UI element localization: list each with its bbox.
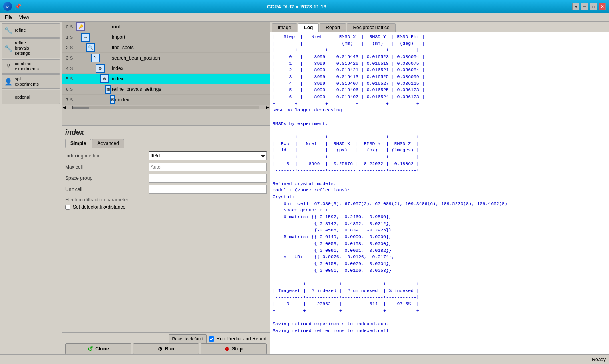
tab-reciprocal-lattice[interactable]: Reciprocal lattice (347, 23, 395, 32)
pipeline-row-3[interactable]: 3 S ? search_beam_position (62, 53, 270, 63)
titlebar: D 📌 CCP4 DUI2 v:2023.11.13 ▾ ─ □ ✕ (0, 0, 609, 13)
pipeline-row-4[interactable]: 4 S ⊕ index (62, 63, 270, 74)
max-cell-label: Max cell (65, 164, 145, 170)
pipeline-icon-4: ⊕ (96, 64, 105, 73)
bottom-bar: Reset to default Run Predict and Report … (62, 332, 270, 354)
pipeline-row-0[interactable]: 0 S 🔑 root (62, 22, 270, 32)
pipeline-icon-1: → (81, 33, 90, 42)
sidebar: 🔧 refine 🔧 refine bravais settings ⑂ com… (0, 22, 62, 354)
unit-cell-row: Unit cell (65, 185, 267, 194)
unit-cell-input[interactable] (149, 185, 267, 194)
app-logo: D (3, 2, 12, 11)
pipeline-icon-3: ? (91, 54, 100, 62)
app-title: CCP4 DUI2 v:2023.11.13 (267, 4, 326, 10)
pipeline-row-5[interactable]: 5 S ⊕ index (62, 74, 270, 84)
pipeline-horizontal-scrollbar[interactable]: ◀ ▶ (62, 105, 270, 109)
indexing-method-label: Indexing method (65, 153, 145, 159)
sidebar-btn-refine[interactable]: 🔧 refine (2, 23, 60, 38)
run-button[interactable]: ⚙ Run (133, 343, 199, 354)
statusbar: Ready (0, 354, 609, 364)
sidebar-btn-combine[interactable]: ⑂ combine experiments (2, 59, 60, 74)
sidebar-label-combine: combine experiments (15, 61, 39, 72)
main-layout: 🔧 refine 🔧 refine bravais settings ⑂ com… (0, 22, 609, 354)
run-predict-label: Run Predict and Report (217, 336, 267, 342)
status-text: Ready (592, 357, 606, 362)
combine-icon: ⑂ (4, 63, 12, 70)
indexing-method-row: Indexing method fft3d fft1d real_space_g… (65, 151, 267, 160)
set-detector-label: Set detector.fix=distance (73, 204, 125, 210)
space-group-label: Space group (65, 175, 145, 181)
tab-simple[interactable]: Simple (65, 139, 91, 148)
chevron-down-btn[interactable]: ▾ (572, 3, 579, 10)
indexing-method-select[interactable]: fft3d fft1d real_space_grid_search (149, 151, 267, 160)
split-icon: 👤 (4, 78, 12, 86)
max-cell-input[interactable] (149, 163, 267, 171)
pipeline-icon-5: ⊕ (100, 74, 109, 83)
minimize-button[interactable]: ─ (581, 3, 588, 10)
menu-view[interactable]: View (16, 14, 32, 21)
titlebar-left: D 📌 (3, 2, 21, 11)
wrench2-icon: 🔧 (4, 44, 12, 52)
pipeline-icon-0: 🔑 (76, 22, 85, 31)
run-options: Reset to default Run Predict and Report (65, 334, 267, 343)
tab-image[interactable]: Image (272, 23, 297, 32)
tabs-bar: Simple Advanced (62, 137, 270, 148)
menubar: File View (0, 13, 609, 22)
run-buttons-container: ↺ Clone ⚙ Run ⊗ Stop (65, 343, 267, 354)
sidebar-btn-optional[interactable]: ··· optional (2, 90, 60, 104)
wrench-icon: 🔧 (4, 27, 12, 34)
pipeline-row-6[interactable]: 6 S ▦ refine_bravais_settings (62, 84, 270, 95)
pipeline-area: 0 S 🔑 root 1 S → import 2 S (62, 22, 270, 126)
titlebar-controls: ▾ ─ □ ✕ (572, 3, 606, 10)
pipeline-icon-6: ▦ (105, 85, 111, 94)
unit-cell-label: Unit cell (65, 187, 145, 192)
set-detector-row: Set detector.fix=distance (65, 204, 267, 210)
sidebar-label-refine: refine (15, 28, 26, 33)
tab-advanced[interactable]: Advanced (92, 139, 124, 148)
dials-run-icon: ⚙ (158, 346, 163, 352)
center-panel: 0 S 🔑 root 1 S → import 2 S (62, 22, 270, 354)
electron-diffraction-label: Electron diffraction parameter (65, 197, 267, 203)
pipeline-icon-7: ⊠ (110, 95, 115, 104)
maximize-button[interactable]: □ (590, 3, 597, 10)
stop-icon: ⊗ (225, 346, 229, 352)
sidebar-label-refine-bravais: refine bravais settings (15, 40, 30, 56)
right-panel: Image Log Report Reciprocal lattice | St… (270, 22, 609, 354)
max-cell-row: Max cell (65, 163, 267, 171)
pipeline-icon-2: 🔍 (86, 43, 95, 52)
pipeline-row-2[interactable]: 2 S 🔍 find_spots (62, 42, 270, 53)
clone-button[interactable]: ↺ Clone (65, 343, 131, 354)
sidebar-label-split: split experiments (15, 76, 39, 87)
form-area: Indexing method fft3d fft1d real_space_g… (62, 148, 270, 332)
pipeline-row-1[interactable]: 1 S → import (62, 32, 270, 42)
pin-icon[interactable]: 📌 (14, 3, 21, 10)
right-tabs: Image Log Report Reciprocal lattice (270, 22, 609, 32)
tab-report[interactable]: Report (320, 23, 346, 32)
tab-log[interactable]: Log (298, 23, 319, 32)
pipeline-row-7[interactable]: 7 S ⊠ reindex (62, 95, 270, 105)
run-predict-checkbox[interactable] (209, 336, 214, 342)
optional-icon: ··· (4, 93, 12, 101)
space-group-input[interactable] (149, 174, 267, 183)
set-detector-checkbox[interactable] (65, 205, 70, 210)
sidebar-btn-refine-bravais[interactable]: 🔧 refine bravais settings (2, 38, 60, 58)
stop-button[interactable]: ⊗ Stop (201, 343, 267, 354)
sidebar-label-optional: optional (15, 95, 30, 100)
menu-file[interactable]: File (2, 14, 16, 21)
index-title: index (62, 126, 270, 137)
clone-icon: ↺ (88, 345, 93, 353)
reset-to-default-button[interactable]: Reset to default (169, 334, 207, 343)
log-content[interactable]: | Step | Nref | RMSD_X | RMSD_Y | RMSD_P… (270, 32, 609, 354)
space-group-row: Space group (65, 174, 267, 183)
sidebar-btn-split[interactable]: 👤 split experiments (2, 74, 60, 89)
close-button[interactable]: ✕ (599, 3, 606, 10)
